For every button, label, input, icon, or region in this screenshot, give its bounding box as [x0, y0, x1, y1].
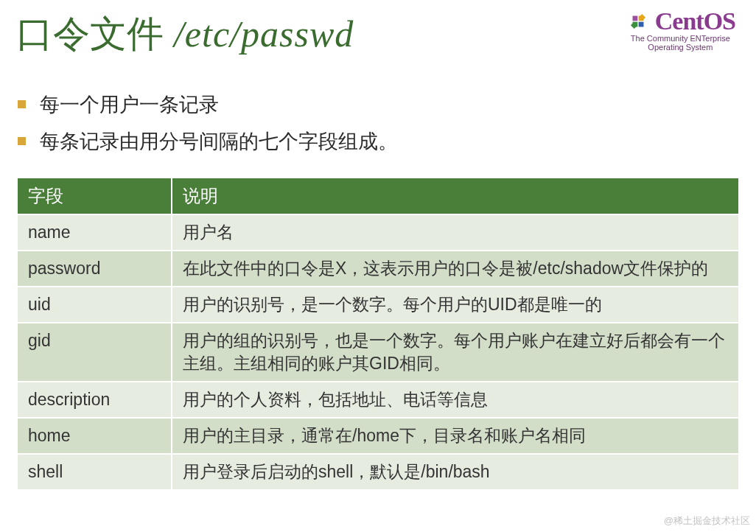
- table-row: home 用户的主目录，通常在/home下，目录名和账户名相同: [17, 418, 739, 454]
- th-field: 字段: [17, 178, 172, 214]
- logo-text: CentOS: [655, 7, 735, 35]
- bullet-item: 每一个用户一条记录: [18, 91, 740, 118]
- watermark: @稀土掘金技术社区: [664, 514, 750, 528]
- bullet-list: 每一个用户一条记录 每条记录由用分号间隔的七个字段组成。: [18, 91, 740, 155]
- table-row: name 用户名: [17, 214, 739, 251]
- header: 口令文件 /etc/passwd CentOS The C: [16, 6, 740, 56]
- title-path: /etc/passwd: [174, 13, 354, 55]
- slide-content: 口令文件 /etc/passwd CentOS The C: [0, 0, 756, 491]
- table-row: shell 用户登录后启动的shell，默认是/bin/bash: [17, 454, 739, 490]
- table-header-row: 字段 说明: [17, 178, 739, 214]
- svg-rect-0: [632, 16, 637, 21]
- centos-logo-icon: [626, 9, 651, 34]
- th-desc: 说明: [172, 178, 739, 214]
- table-row: uid 用户的识别号，是一个数字。每个用户的UID都是唯一的: [17, 287, 739, 323]
- bullet-item: 每条记录由用分号间隔的七个字段组成。: [18, 128, 740, 155]
- table-row: description 用户的个人资料，包括地址、电话等信息: [17, 382, 739, 418]
- title-cn: 口令文件: [16, 13, 164, 55]
- table-row: password 在此文件中的口令是X，这表示用户的口令是被/etc/shado…: [17, 251, 739, 287]
- table-row: gid 用户的组的识别号，也是一个数字。每个用户账户在建立好后都会有一个主组。主…: [17, 323, 739, 382]
- svg-rect-3: [638, 22, 643, 27]
- logo-tagline: The Community ENTerprise Operating Syste…: [626, 34, 735, 52]
- page-title: 口令文件 /etc/passwd: [16, 6, 354, 56]
- fields-table: 字段 说明 name 用户名 password 在此文件中的口令是X，这表示用户…: [16, 177, 740, 491]
- centos-logo: CentOS The Community ENTerprise Operatin…: [626, 6, 740, 52]
